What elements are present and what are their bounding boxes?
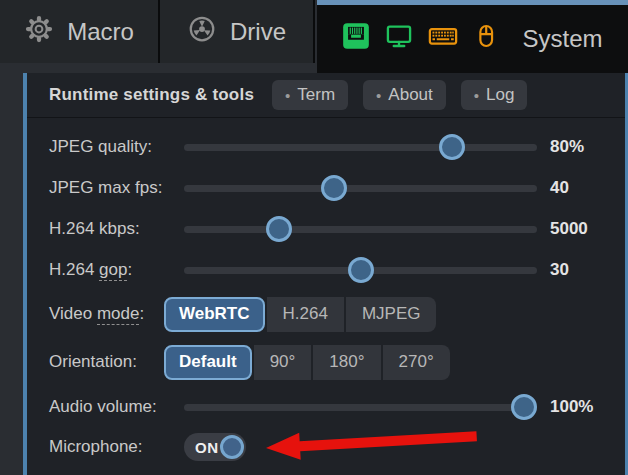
jpeg-max-fps-label: JPEG max fps: <box>49 178 184 198</box>
tool-buttons: •Term•About•Log <box>272 80 527 110</box>
tab-system[interactable]: System <box>317 0 628 73</box>
microphone-label: Microphone: <box>49 437 184 457</box>
slider-handle[interactable] <box>439 134 465 160</box>
tab-system-label: System <box>522 25 602 53</box>
bullet-icon: • <box>285 87 290 104</box>
ethernet-icon <box>342 22 370 56</box>
h264-kbps-row: H.264 kbps: 5000 <box>27 208 625 249</box>
tool-button-label: About <box>388 85 432 105</box>
tab-drive[interactable]: Drive <box>160 0 315 63</box>
panel-title: Runtime settings & tools <box>49 85 254 105</box>
jpeg-quality-value: 80% <box>550 137 584 157</box>
h264-gop-slider[interactable] <box>184 257 537 283</box>
jpeg-max-fps-row: JPEG max fps: 40 <box>27 167 625 208</box>
orientation-row: Orientation: Default90°180°270° <box>27 338 625 386</box>
h264-kbps-label: H.264 kbps: <box>49 219 184 239</box>
bullet-icon: • <box>376 87 381 104</box>
toggle-knob[interactable] <box>220 435 244 459</box>
jpeg-quality-row: JPEG quality: 80% <box>27 126 625 167</box>
runtime-settings-panel: Runtime settings & tools •Term•About•Log… <box>23 73 628 475</box>
keyboard-icon <box>428 21 458 57</box>
tool-button-label: Term <box>297 85 335 105</box>
h264-kbps-value: 5000 <box>550 219 588 239</box>
h264-gop-row: H.264 gop: 30 <box>27 249 625 290</box>
tab-macro-label: Macro <box>67 18 134 46</box>
slider-track[interactable] <box>184 185 537 192</box>
tab-macro[interactable]: Macro <box>0 0 160 63</box>
mode-hint: mode <box>97 304 140 325</box>
tool-button-label: Log <box>486 85 514 105</box>
audio-volume-row: Audio volume: 100% <box>27 386 625 427</box>
orientation-label: Orientation: <box>49 352 164 372</box>
h264-gop-label: H.264 gop: <box>49 260 184 280</box>
audio-volume-value: 100% <box>550 397 593 417</box>
slider-handle[interactable] <box>511 394 537 420</box>
bullet-icon: • <box>474 87 479 104</box>
gop-hint: gop <box>99 260 127 281</box>
video-mode-option-mjpeg[interactable]: MJPEG <box>346 297 437 332</box>
video-mode-row: Video mode: WebRTCH.264MJPEG <box>27 290 625 338</box>
pikvm-system-menu: Macro Drive <box>0 0 628 475</box>
jpeg-max-fps-slider[interactable] <box>184 175 537 201</box>
slider-handle[interactable] <box>266 216 292 242</box>
microphone-toggle[interactable]: ON <box>184 433 246 461</box>
slider-track[interactable] <box>184 404 537 411</box>
microphone-row: Microphone: ON <box>27 427 625 467</box>
audio-volume-slider[interactable] <box>184 394 537 420</box>
video-mode-option-webrtc[interactable]: WebRTC <box>164 297 265 332</box>
orientation-option-270[interactable]: 270° <box>383 345 450 380</box>
jpeg-quality-label: JPEG quality: <box>49 137 184 157</box>
slider-handle[interactable] <box>348 257 374 283</box>
mouse-icon <box>473 22 499 56</box>
tool-button-about[interactable]: •About <box>363 80 446 110</box>
slider-track[interactable] <box>184 226 537 233</box>
gear-icon <box>24 14 54 50</box>
h264-gop-value: 30 <box>550 260 569 280</box>
tab-drive-label: Drive <box>230 18 286 46</box>
tool-button-log[interactable]: •Log <box>461 80 528 110</box>
video-mode-label: Video mode: <box>49 304 164 324</box>
h264-kbps-slider[interactable] <box>184 216 537 242</box>
slider-handle[interactable] <box>321 175 347 201</box>
video-mode-option-h-264[interactable]: H.264 <box>267 297 344 332</box>
slider-track[interactable] <box>184 144 537 151</box>
display-icon <box>385 22 413 56</box>
video-mode-options: WebRTCH.264MJPEG <box>164 297 436 332</box>
orientation-option-180[interactable]: 180° <box>313 345 380 380</box>
microphone-toggle-state: ON <box>195 439 219 456</box>
panel-header: Runtime settings & tools •Term•About•Log <box>27 73 625 118</box>
tool-button-term[interactable]: •Term <box>272 80 348 110</box>
jpeg-max-fps-value: 40 <box>550 178 569 198</box>
jpeg-quality-slider[interactable] <box>184 134 537 160</box>
orientation-options: Default90°180°270° <box>164 345 450 380</box>
orientation-option-90[interactable]: 90° <box>254 345 312 380</box>
orientation-option-default[interactable]: Default <box>164 345 252 380</box>
audio-volume-label: Audio volume: <box>49 397 184 417</box>
fan-icon <box>187 14 217 50</box>
